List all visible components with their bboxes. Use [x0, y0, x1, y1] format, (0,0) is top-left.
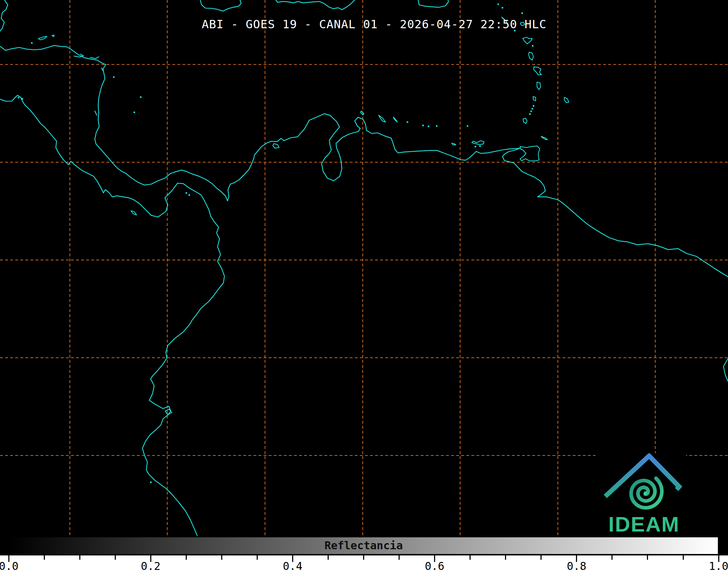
colorbar-minor-tick — [186, 555, 187, 560]
colorbar-minor-tick — [505, 555, 506, 560]
colorbar-tick-label: 1.0 — [702, 560, 728, 571]
map-title: ABI - GOES 19 - CANAL 01 - 2026-04-27 22… — [10, 17, 728, 31]
colorbar-minor-tick — [257, 555, 258, 560]
colorbar-tick-label: 0.8 — [560, 560, 593, 571]
colorbar-minor-tick — [611, 555, 613, 560]
satellite-product-image: ABI - GOES 19 - CANAL 01 - 2026-04-27 22… — [0, 0, 728, 571]
colorbar-minor-tick — [470, 555, 471, 560]
colorbar-minor-tick — [221, 555, 222, 560]
colorbar-label: Reflectancia — [9, 537, 718, 554]
colorbar-tick-label: 0.6 — [418, 560, 451, 571]
colorbar-minor-tick — [44, 555, 45, 560]
colorbar-tick-label: 0.2 — [134, 560, 167, 571]
colorbar: Reflectancia — [8, 536, 719, 555]
colorbar-minor-tick — [115, 555, 116, 560]
colorbar-minor-tick — [647, 555, 648, 560]
colorbar-axis: 0.00.20.40.60.81.0 — [0, 555, 728, 571]
colorbar-minor-tick — [540, 555, 542, 560]
colorbar-minor-tick — [328, 555, 329, 560]
colorbar-minor-tick — [683, 555, 684, 560]
colorbar-minor-tick — [399, 555, 400, 560]
logo-text: IDEAM — [609, 512, 680, 536]
colorbar-tick-label: 0.0 — [0, 560, 25, 571]
ideam-logo: IDEAM — [596, 453, 686, 536]
spiral-eye-icon — [644, 491, 647, 495]
colorbar-tick-label: 0.4 — [276, 560, 309, 571]
colorbar-minor-tick — [363, 555, 364, 560]
colorbar-minor-tick — [79, 555, 80, 560]
